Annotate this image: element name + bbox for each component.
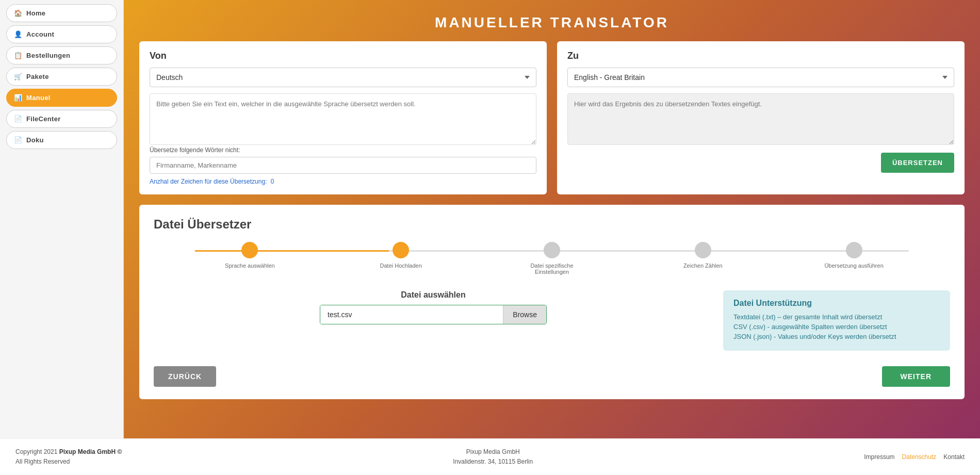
char-count-label: Anzhal der Zeichen für diese Übersetzung… bbox=[150, 178, 267, 185]
sidebar-item-home[interactable]: 🏠Home bbox=[6, 4, 117, 22]
footer-rights: All Rights Reserved bbox=[15, 458, 70, 465]
step-4-label: Zeichen Zählen bbox=[683, 263, 723, 269]
footer-company: Pixup Media GmbH © bbox=[59, 448, 122, 455]
sidebar-item-bestellungen[interactable]: 📋Bestellungen bbox=[6, 46, 117, 64]
footer-right: Impressum Datenschutz Kontakt bbox=[864, 453, 965, 461]
steps-container: Sprache auswählen Datei Hochladen Datei … bbox=[154, 242, 950, 275]
target-box: Zu English - Great BritainEnglish - Unit… bbox=[557, 41, 965, 194]
zu-label: Zu bbox=[567, 51, 954, 61]
step-4: Zeichen Zählen bbox=[627, 242, 778, 269]
file-section: Datei Übersetzer Sprache auswählen Datei… bbox=[139, 205, 965, 399]
sidebar-label-bestellungen: Bestellungen bbox=[26, 52, 70, 59]
home-icon: 🏠 bbox=[14, 9, 22, 17]
footer-left: Copyright 2021 Pixup Media GmbH © All Ri… bbox=[15, 447, 122, 467]
pakete-icon: 🛒 bbox=[14, 73, 22, 80]
file-upload-area: Datei auswählen test.csv Browse Datei Un… bbox=[154, 290, 950, 351]
filecenter-icon: 📄 bbox=[14, 115, 22, 123]
source-box: Von DeutschEnglischFranzösischSpanischIt… bbox=[139, 41, 547, 194]
impressum-link[interactable]: Impressum bbox=[864, 453, 894, 461]
step-3: Datei spezifische Einstellungen bbox=[477, 242, 628, 275]
no-translate-input[interactable] bbox=[150, 157, 536, 174]
step-1: Sprache auswählen bbox=[174, 242, 325, 269]
kontakt-link[interactable]: Kontakt bbox=[943, 453, 965, 461]
sidebar-label-manuel: Manuel bbox=[26, 94, 51, 102]
sidebar-label-home: Home bbox=[26, 9, 45, 17]
translator-section: Von DeutschEnglischFranzösischSpanischIt… bbox=[124, 41, 980, 205]
step-3-label: Datei spezifische Einstellungen bbox=[521, 263, 583, 275]
doku-icon: 📄 bbox=[14, 136, 22, 144]
account-icon: 👤 bbox=[14, 30, 22, 38]
step-5-dot bbox=[846, 242, 862, 258]
footer-copyright: Copyright 2021 Pixup Media GmbH © bbox=[15, 448, 122, 455]
file-name-display: test.csv bbox=[320, 305, 503, 324]
sidebar-item-filecenter[interactable]: 📄FileCenter bbox=[6, 110, 117, 128]
support-item-1: Textdatei (.txt) – der gesamte Inhalt wi… bbox=[733, 313, 940, 321]
footer-center: Pixup Media GmbH Invalidenstr. 34, 10115… bbox=[453, 447, 533, 467]
translate-button[interactable]: ÜBERSETZEN bbox=[881, 153, 954, 173]
sidebar: 🏠Home👤Account📋Bestellungen🛒Pakete📊Manuel… bbox=[0, 0, 124, 438]
sidebar-item-doku[interactable]: 📄Doku bbox=[6, 131, 117, 149]
footer: Copyright 2021 Pixup Media GmbH © All Ri… bbox=[0, 438, 980, 475]
next-button[interactable]: WEITER bbox=[882, 366, 950, 387]
step-5-label: Übersetzung ausführen bbox=[824, 263, 883, 269]
support-item-3: JSON (.json) - Values und/oder Keys werd… bbox=[733, 333, 940, 340]
back-button[interactable]: ZURÜCK bbox=[154, 366, 216, 387]
support-box: Datei Unterstützung Textdatei (.txt) – d… bbox=[723, 290, 950, 351]
sidebar-label-doku: Doku bbox=[26, 136, 44, 144]
file-section-title: Datei Übersetzer bbox=[154, 217, 950, 232]
step-4-dot bbox=[695, 242, 711, 258]
step-2-label: Datei Hochladen bbox=[380, 263, 422, 269]
source-text-input[interactable] bbox=[150, 93, 536, 145]
datenschutz-link[interactable]: Datenschutz bbox=[902, 453, 937, 461]
manuel-icon: 📊 bbox=[14, 94, 22, 102]
step-3-dot bbox=[544, 242, 560, 258]
target-lang-select[interactable]: English - Great BritainEnglish - United … bbox=[567, 68, 954, 87]
char-count-value: 0 bbox=[271, 178, 274, 185]
support-title: Datei Unterstützung bbox=[733, 299, 940, 308]
file-upload-label: Datei auswählen bbox=[401, 290, 465, 300]
von-label: Von bbox=[150, 51, 536, 61]
sidebar-item-pakete[interactable]: 🛒Pakete bbox=[6, 68, 117, 86]
target-text-output bbox=[567, 93, 954, 145]
footer-center-line1: Pixup Media GmbH bbox=[466, 448, 520, 455]
step-1-label: Sprache auswählen bbox=[225, 263, 275, 269]
sidebar-item-account[interactable]: 👤Account bbox=[6, 25, 117, 43]
sidebar-label-account: Account bbox=[26, 30, 54, 38]
support-item-2: CSV (.csv) - ausgewählte Spalten werden … bbox=[733, 323, 940, 331]
step-2: Datei Hochladen bbox=[325, 242, 477, 269]
sidebar-label-pakete: Pakete bbox=[26, 73, 49, 80]
sidebar-label-filecenter: FileCenter bbox=[26, 115, 61, 123]
file-upload-left: Datei auswählen test.csv Browse bbox=[154, 290, 713, 324]
step-2-dot bbox=[393, 242, 409, 258]
footer-center-line2: Invalidenstr. 34, 10115 Berlin bbox=[453, 458, 533, 465]
action-buttons: ZURÜCK WEITER bbox=[154, 366, 950, 387]
bestellungen-icon: 📋 bbox=[14, 52, 22, 59]
no-translate-label: Übersetze folgende Wörter nicht: bbox=[150, 146, 536, 154]
step-5: Übersetzung ausführen bbox=[778, 242, 929, 269]
char-count: Anzhal der Zeichen für diese Übersetzung… bbox=[150, 178, 536, 185]
source-lang-select[interactable]: DeutschEnglischFranzösischSpanischItalie… bbox=[150, 68, 536, 87]
browse-button[interactable]: Browse bbox=[503, 305, 546, 324]
main-content: MANUELLER TRANSLATOR Von DeutschEnglisch… bbox=[124, 0, 980, 438]
file-input-row: test.csv Browse bbox=[320, 305, 547, 324]
step-1-dot bbox=[241, 242, 258, 258]
sidebar-item-manuel[interactable]: 📊Manuel bbox=[6, 89, 117, 107]
page-title: MANUELLER TRANSLATOR bbox=[124, 0, 980, 41]
